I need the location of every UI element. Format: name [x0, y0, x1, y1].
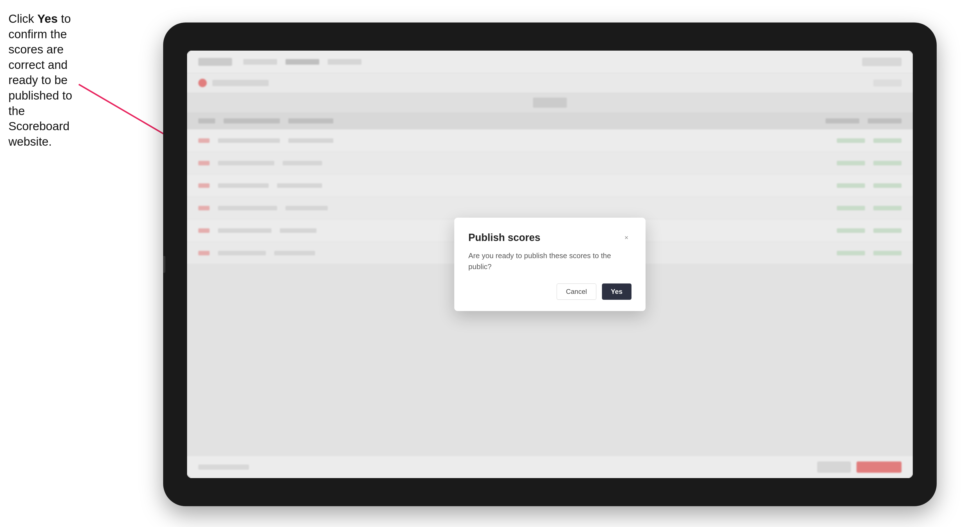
tablet-screen: Publish scores × Are you ready to publis…	[187, 51, 913, 478]
modal-footer: Cancel Yes	[468, 284, 632, 300]
tablet-side-button	[163, 256, 165, 273]
modal-header: Publish scores ×	[468, 232, 632, 243]
cancel-button[interactable]: Cancel	[557, 284, 596, 300]
tablet-device: Publish scores × Are you ready to publis…	[163, 22, 937, 506]
publish-scores-modal: Publish scores × Are you ready to publis…	[454, 217, 646, 311]
modal-close-button[interactable]: ×	[621, 233, 632, 243]
modal-title: Publish scores	[468, 232, 540, 243]
yes-button[interactable]: Yes	[602, 284, 632, 300]
instruction-text: Click Yes to confirm the scores are corr…	[8, 11, 87, 149]
modal-body-text: Are you ready to publish these scores to…	[468, 250, 632, 272]
bold-yes: Yes	[37, 12, 58, 25]
